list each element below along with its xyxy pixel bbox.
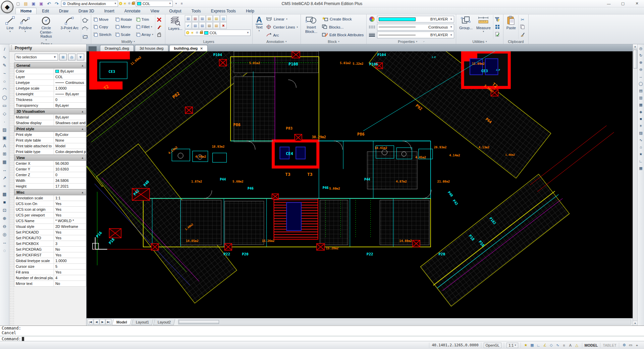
property-row[interactable]: ColorByLayer xyxy=(14,68,86,74)
property-value[interactable]: 17.2021 xyxy=(54,184,86,189)
layer-lock-button[interactable]: ▤ xyxy=(206,15,213,22)
open-file-button[interactable]: ▤ xyxy=(22,1,29,7)
spline-tool-button[interactable]: ~ xyxy=(1,69,9,77)
property-row[interactable]: Thickness0 xyxy=(14,97,86,103)
property-value[interactable]: Yes xyxy=(54,212,86,218)
polygon-button[interactable]: ▾ xyxy=(82,17,88,23)
region-tool-button[interactable]: ▣ xyxy=(1,134,9,142)
property-value[interactable]: 4 xyxy=(54,275,86,281)
view-front-button[interactable]: ▥ xyxy=(638,95,644,101)
dimension-tool-button[interactable]: ↔ xyxy=(1,166,9,174)
property-row[interactable]: Global linetype scale1.0000 xyxy=(14,258,86,264)
point-tool-button[interactable]: · xyxy=(1,118,9,126)
polygon-tool-button[interactable]: ◇ xyxy=(1,110,9,117)
polyline-tool-button[interactable]: ∿ xyxy=(1,53,9,61)
mirror-button[interactable]: Mirror xyxy=(115,25,133,29)
property-value[interactable]: Yes xyxy=(54,252,86,258)
new-file-button[interactable]: ▢ xyxy=(15,1,21,7)
lights-button[interactable]: ☀ xyxy=(638,123,644,129)
command-window[interactable]: Command: Cancel Command: xyxy=(0,326,644,341)
zoom-window-tool-button[interactable]: ⊡ xyxy=(1,206,9,214)
filter-button[interactable] xyxy=(494,16,500,22)
property-row[interactable]: Linetype scale1.0000 xyxy=(14,86,86,91)
layout-tab-layout1[interactable]: Layout1 xyxy=(131,319,154,325)
measure-button[interactable]: Measure▾ xyxy=(475,15,492,39)
doc-tab-3d-house-dwg[interactable]: 3d house.dwg xyxy=(135,45,168,51)
section-button[interactable]: ∿ xyxy=(638,137,644,143)
property-row[interactable]: Width34.5806 xyxy=(14,178,86,184)
minimize-button[interactable]: — xyxy=(602,0,616,7)
ortho-toggle[interactable]: ∟ xyxy=(536,343,541,347)
ribbon-tab-express-tools[interactable]: Express Tools xyxy=(206,8,240,14)
section-header-print-style[interactable]: Print style▲ xyxy=(14,126,86,132)
esnap-toggle[interactable]: ◇ xyxy=(549,343,554,347)
regen-button[interactable]: ↻ xyxy=(638,52,644,58)
layer-on-button[interactable]: ▤ xyxy=(213,15,220,22)
table-tool-button[interactable]: ▦ xyxy=(1,158,9,166)
section-header-view[interactable]: View▲ xyxy=(14,155,86,161)
ribbon-tab-help[interactable]: Help xyxy=(241,8,259,14)
workspace-selector[interactable]: ⚙ Drafting and Annotation ▼ xyxy=(61,1,118,7)
tablet-toggle[interactable]: TABLET xyxy=(600,343,619,348)
property-row[interactable]: TransparencyByLayer xyxy=(14,103,86,108)
layout-nav-first-button[interactable]: |◀ xyxy=(88,319,93,325)
property-value[interactable]: None xyxy=(54,138,86,143)
create-block-button[interactable]: Create Block xyxy=(321,16,365,22)
property-value[interactable]: Color-dependent print ... xyxy=(54,149,86,154)
redo-button[interactable]: ↷ xyxy=(53,1,60,7)
text-tool-button[interactable]: A xyxy=(1,142,9,150)
layers-button[interactable]: Layers... xyxy=(167,15,184,39)
layer-freeze-button[interactable]: ▤ xyxy=(220,15,227,22)
polar-toggle[interactable]: ∠ xyxy=(542,343,548,347)
orbit-button[interactable]: ◯ xyxy=(638,81,644,87)
ribbon-tab-tools[interactable]: Tools xyxy=(187,8,206,14)
layer-set-current-button[interactable]: ✔ xyxy=(185,22,192,29)
color-dropdown[interactable]: BYLAYER▼ xyxy=(377,16,454,22)
rotate-button[interactable]: Rotate xyxy=(115,17,133,21)
property-row[interactable]: Set PICKADDYes xyxy=(14,230,86,235)
rectangle-button[interactable] xyxy=(82,34,88,40)
paste-button[interactable]: Paste xyxy=(505,15,517,39)
render-button[interactable]: ■ xyxy=(638,116,644,122)
hatch-tool-button[interactable]: ▨ xyxy=(1,126,9,134)
scroll-thumb[interactable] xyxy=(633,50,637,68)
property-row[interactable]: Center Y10.6393 xyxy=(14,166,86,172)
stretch-button[interactable]: Stretch xyxy=(93,33,112,37)
trim-button[interactable]: Trim xyxy=(136,17,154,21)
view-side-button[interactable]: ▦ xyxy=(638,102,644,108)
property-row[interactable]: Annotation scale1:1 xyxy=(14,195,86,201)
center-lines-button[interactable]: Center Lines▾ xyxy=(265,24,299,30)
layer-lock-icon[interactable] xyxy=(132,2,135,5)
property-row[interactable]: Print styleByColor xyxy=(14,132,86,138)
layer-thaw-button[interactable]: ▤ xyxy=(213,22,220,29)
text-button[interactable]: A Text▾ xyxy=(254,15,264,39)
layer-delete-button[interactable]: ✖ xyxy=(220,22,227,29)
property-value[interactable]: No xyxy=(54,281,86,286)
revcloud-tool-button[interactable]: ≈ xyxy=(1,182,9,190)
layers-panel-label[interactable]: Layers xyxy=(167,39,251,44)
property-value[interactable]: ByLayer xyxy=(54,114,86,120)
layout-nav-last-button[interactable]: ▶| xyxy=(106,319,111,325)
add-workspace[interactable]: + xyxy=(634,343,640,347)
property-row[interactable]: Number of decimal pla...4 xyxy=(14,275,86,281)
property-value[interactable]: Yes xyxy=(54,201,86,206)
hscroll-thumb[interactable] xyxy=(179,320,219,324)
named-views-button[interactable]: ★ xyxy=(638,151,644,157)
layer-combo[interactable]: ☀ ❄ COL ▼ xyxy=(185,30,251,36)
property-row[interactable]: LinetypeContinuous xyxy=(14,80,86,86)
property-row[interactable]: UCS per viewportYes xyxy=(14,212,86,218)
property-row[interactable]: Shadow displayShadows cast and rec... xyxy=(14,120,86,126)
layer-new-button[interactable]: ▤ xyxy=(199,15,206,22)
property-value[interactable]: 0 xyxy=(54,172,86,178)
redraw-button[interactable]: ◎ xyxy=(638,45,644,51)
ribbon-tab-draw[interactable]: Draw xyxy=(54,8,73,14)
property-row[interactable]: UCS icon OnYes xyxy=(14,201,86,207)
doc-tab-drawing1-dwg[interactable]: Drawing1.dwg xyxy=(100,45,134,51)
edit-block-attributes-button[interactable]: Edit Block Attributes xyxy=(321,32,365,38)
dyn-toggle[interactable]: A xyxy=(568,343,573,347)
property-value[interactable]: ByColor xyxy=(54,132,86,137)
property-row[interactable]: Set PICKAUTOYes xyxy=(14,235,86,241)
property-value[interactable]: Continuous xyxy=(54,80,86,85)
layer-merge-button[interactable]: ▤ xyxy=(199,22,206,29)
property-value[interactable]: 1.0000 xyxy=(54,86,86,91)
